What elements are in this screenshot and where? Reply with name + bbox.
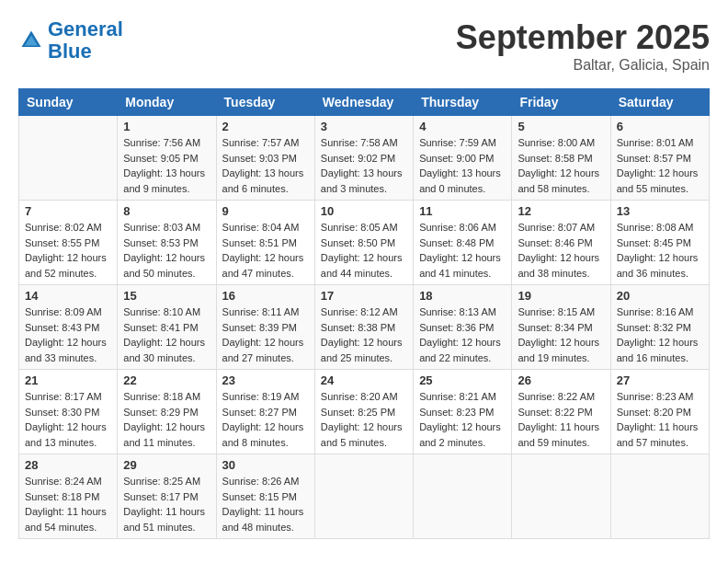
header-wednesday: Wednesday [314,89,413,116]
calendar-cell: 30Sunrise: 8:26 AMSunset: 8:15 PMDayligh… [216,454,314,539]
calendar-cell: 15Sunrise: 8:10 AMSunset: 8:41 PMDayligh… [118,285,216,370]
cell-content: Sunrise: 8:03 AMSunset: 8:53 PMDaylight:… [123,220,210,281]
day-number: 30 [222,458,309,472]
header-row: SundayMondayTuesdayWednesdayThursdayFrid… [19,89,710,116]
calendar-cell: 20Sunrise: 8:16 AMSunset: 8:32 PMDayligh… [610,285,709,370]
location: Baltar, Galicia, Spain [456,57,710,74]
calendar-cell: 2Sunrise: 7:57 AMSunset: 9:03 PMDaylight… [216,116,314,201]
week-row-1: 1Sunrise: 7:56 AMSunset: 9:05 PMDaylight… [19,116,710,201]
day-number: 16 [222,289,309,303]
calendar-cell [414,454,512,539]
day-number: 23 [222,373,309,387]
calendar-cell: 5Sunrise: 8:00 AMSunset: 8:58 PMDaylight… [512,116,610,201]
day-number: 7 [25,204,111,218]
day-number: 1 [123,120,210,133]
calendar-cell: 25Sunrise: 8:21 AMSunset: 8:23 PMDayligh… [414,370,512,454]
cell-content: Sunrise: 8:16 AMSunset: 8:32 PMDaylight:… [617,304,703,365]
week-row-5: 28Sunrise: 8:24 AMSunset: 8:18 PMDayligh… [19,454,710,539]
cell-content: Sunrise: 8:21 AMSunset: 8:23 PMDaylight:… [419,389,506,450]
calendar-table: SundayMondayTuesdayWednesdayThursdayFrid… [18,88,710,539]
cell-content: Sunrise: 8:08 AMSunset: 8:45 PMDaylight:… [617,220,703,281]
calendar-cell: 24Sunrise: 8:20 AMSunset: 8:25 PMDayligh… [314,370,413,454]
cell-content: Sunrise: 7:59 AMSunset: 9:00 PMDaylight:… [419,135,506,196]
day-number: 24 [321,373,407,387]
header-tuesday: Tuesday [216,89,314,116]
cell-content: Sunrise: 8:15 AMSunset: 8:34 PMDaylight:… [518,304,604,365]
cell-content: Sunrise: 8:24 AMSunset: 8:18 PMDaylight:… [25,474,111,534]
calendar-cell: 22Sunrise: 8:18 AMSunset: 8:29 PMDayligh… [118,370,216,454]
calendar-cell: 4Sunrise: 7:59 AMSunset: 9:00 PMDaylight… [414,116,512,201]
cell-content: Sunrise: 8:04 AMSunset: 8:51 PMDaylight:… [222,220,309,281]
day-number: 20 [617,289,703,303]
day-number: 19 [518,289,604,303]
calendar-cell [610,454,709,539]
day-number: 4 [419,120,506,133]
cell-content: Sunrise: 8:25 AMSunset: 8:17 PMDaylight:… [123,474,210,534]
logo-blue: Blue [48,40,123,63]
calendar-cell [19,116,118,201]
day-number: 9 [222,204,309,218]
cell-content: Sunrise: 8:00 AMSunset: 8:58 PMDaylight:… [518,135,604,196]
cell-content: Sunrise: 8:06 AMSunset: 8:48 PMDaylight:… [419,220,506,281]
calendar-cell: 29Sunrise: 8:25 AMSunset: 8:17 PMDayligh… [118,454,216,539]
cell-content: Sunrise: 8:05 AMSunset: 8:50 PMDaylight:… [321,220,407,281]
week-row-4: 21Sunrise: 8:17 AMSunset: 8:30 PMDayligh… [19,370,710,454]
cell-content: Sunrise: 8:17 AMSunset: 8:30 PMDaylight:… [25,389,111,450]
cell-content: Sunrise: 8:18 AMSunset: 8:29 PMDaylight:… [123,389,210,450]
week-row-2: 7Sunrise: 8:02 AMSunset: 8:55 PMDaylight… [19,201,710,285]
cell-content: Sunrise: 7:56 AMSunset: 9:05 PMDaylight:… [123,135,210,196]
calendar-cell: 8Sunrise: 8:03 AMSunset: 8:53 PMDaylight… [118,201,216,285]
logo-general: General [48,17,123,40]
day-number: 18 [419,289,506,303]
logo-icon [18,28,44,53]
header-friday: Friday [512,89,610,116]
header-sunday: Sunday [19,89,118,116]
cell-content: Sunrise: 8:10 AMSunset: 8:41 PMDaylight:… [123,304,210,365]
cell-content: Sunrise: 7:57 AMSunset: 9:03 PMDaylight:… [222,135,309,196]
cell-content: Sunrise: 8:19 AMSunset: 8:27 PMDaylight:… [222,389,309,450]
day-number: 27 [617,373,703,387]
day-number: 11 [419,204,506,218]
day-number: 15 [123,289,210,303]
calendar-cell: 3Sunrise: 7:58 AMSunset: 9:02 PMDaylight… [314,116,413,201]
calendar-cell: 14Sunrise: 8:09 AMSunset: 8:43 PMDayligh… [19,285,118,370]
cell-content: Sunrise: 7:58 AMSunset: 9:02 PMDaylight:… [321,135,407,196]
cell-content: Sunrise: 8:12 AMSunset: 8:38 PMDaylight:… [321,304,407,365]
calendar-cell: 1Sunrise: 7:56 AMSunset: 9:05 PMDaylight… [118,116,216,201]
day-number: 17 [321,289,407,303]
calendar-cell: 6Sunrise: 8:01 AMSunset: 8:57 PMDaylight… [610,116,709,201]
cell-content: Sunrise: 8:11 AMSunset: 8:39 PMDaylight:… [222,304,309,365]
calendar-cell: 17Sunrise: 8:12 AMSunset: 8:38 PMDayligh… [314,285,413,370]
day-number: 8 [123,204,210,218]
day-number: 22 [123,373,210,387]
calendar-cell: 21Sunrise: 8:17 AMSunset: 8:30 PMDayligh… [19,370,118,454]
calendar-cell: 28Sunrise: 8:24 AMSunset: 8:18 PMDayligh… [19,454,118,539]
day-number: 6 [617,120,703,133]
day-number: 3 [321,120,407,133]
calendar-cell: 19Sunrise: 8:15 AMSunset: 8:34 PMDayligh… [512,285,610,370]
cell-content: Sunrise: 8:07 AMSunset: 8:46 PMDaylight:… [518,220,604,281]
title-block: September 2025 Baltar, Galicia, Spain [456,18,710,74]
day-number: 26 [518,373,604,387]
calendar-cell: 23Sunrise: 8:19 AMSunset: 8:27 PMDayligh… [216,370,314,454]
calendar-cell: 7Sunrise: 8:02 AMSunset: 8:55 PMDaylight… [19,201,118,285]
cell-content: Sunrise: 8:01 AMSunset: 8:57 PMDaylight:… [617,135,703,196]
calendar-cell [512,454,610,539]
week-row-3: 14Sunrise: 8:09 AMSunset: 8:43 PMDayligh… [19,285,710,370]
month-title: September 2025 [456,18,710,57]
calendar-cell [314,454,413,539]
cell-content: Sunrise: 8:20 AMSunset: 8:25 PMDaylight:… [321,389,407,450]
day-number: 2 [222,120,309,133]
day-number: 14 [25,289,111,303]
cell-content: Sunrise: 8:09 AMSunset: 8:43 PMDaylight:… [25,304,111,365]
cell-content: Sunrise: 8:13 AMSunset: 8:36 PMDaylight:… [419,304,506,365]
cell-content: Sunrise: 8:26 AMSunset: 8:15 PMDaylight:… [222,474,309,534]
day-number: 21 [25,373,111,387]
header-monday: Monday [118,89,216,116]
cell-content: Sunrise: 8:02 AMSunset: 8:55 PMDaylight:… [25,220,111,281]
cell-content: Sunrise: 8:22 AMSunset: 8:22 PMDaylight:… [518,389,604,450]
day-number: 5 [518,120,604,133]
day-number: 28 [25,458,111,472]
calendar-cell: 11Sunrise: 8:06 AMSunset: 8:48 PMDayligh… [414,201,512,285]
calendar-cell: 10Sunrise: 8:05 AMSunset: 8:50 PMDayligh… [314,201,413,285]
